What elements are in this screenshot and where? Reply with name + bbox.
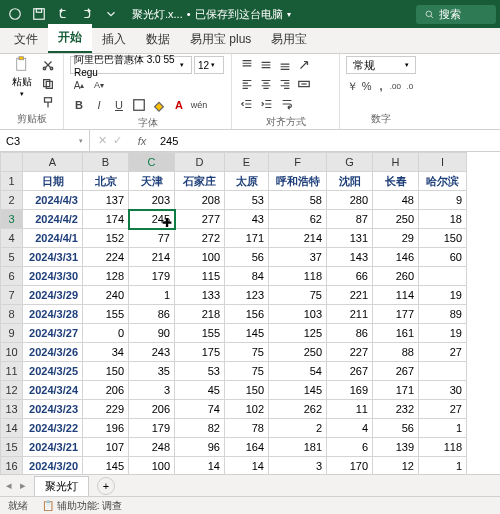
cell[interactable]: 267 (373, 362, 419, 381)
cell[interactable]: 96 (175, 438, 225, 457)
cell[interactable]: 3 (129, 381, 175, 400)
cell[interactable]: 123 (225, 286, 269, 305)
wrap-text-icon[interactable] (278, 95, 296, 113)
bold-icon[interactable]: B (70, 96, 88, 114)
fx-icon[interactable]: fx (130, 135, 154, 147)
font-name-select[interactable]: 阿里巴巴普惠体 3.0 55 Regu▾ (70, 56, 192, 74)
cell[interactable]: 150 (83, 362, 129, 381)
cell[interactable]: 155 (175, 324, 225, 343)
decrease-indent-icon[interactable] (238, 95, 256, 113)
row-header[interactable]: 2 (1, 191, 23, 210)
cell[interactable]: 267 (327, 362, 373, 381)
increase-indent-icon[interactable] (258, 95, 276, 113)
formula-bar[interactable]: 245 (154, 135, 500, 147)
cell[interactable]: 128 (83, 267, 129, 286)
cell[interactable]: 75 (225, 362, 269, 381)
copy-icon[interactable] (39, 75, 57, 93)
cell[interactable]: 181 (269, 438, 327, 457)
cell[interactable]: 60 (419, 248, 467, 267)
cell[interactable]: 2024/3/23 (23, 400, 83, 419)
col-header[interactable]: D (175, 153, 225, 172)
cell[interactable]: 143 (327, 248, 373, 267)
grid[interactable]: ABCDEFGHI1日期北京天津石家庄太原呼和浩特沈阳长春哈尔滨22024/4/… (0, 152, 500, 514)
align-bottom-icon[interactable] (276, 56, 294, 74)
cell[interactable]: 280 (327, 191, 373, 210)
cell[interactable]: 86 (129, 305, 175, 324)
row-header[interactable]: 16 (1, 457, 23, 476)
cell[interactable]: 107 (83, 438, 129, 457)
cell[interactable]: 45 (175, 381, 225, 400)
cell[interactable]: 84 (225, 267, 269, 286)
row-header[interactable]: 11 (1, 362, 23, 381)
cell[interactable]: 2024/3/22 (23, 419, 83, 438)
cell[interactable]: 2024/3/30 (23, 267, 83, 286)
cell[interactable]: 1 (129, 286, 175, 305)
cell[interactable]: 4 (327, 419, 373, 438)
cell[interactable]: 218 (175, 305, 225, 324)
phonetic-icon[interactable]: wén (190, 96, 208, 114)
cell[interactable]: 156 (225, 305, 269, 324)
cell[interactable]: 11 (327, 400, 373, 419)
cell[interactable]: 53 (225, 191, 269, 210)
cell[interactable]: 155 (83, 305, 129, 324)
cell[interactable]: 27 (419, 343, 467, 362)
underline-icon[interactable]: U (110, 96, 128, 114)
cell[interactable]: 1 (419, 419, 467, 438)
cell[interactable]: 139 (373, 438, 419, 457)
cell[interactable]: 66 (327, 267, 373, 286)
qat-more-icon[interactable] (100, 3, 122, 25)
align-center-icon[interactable] (257, 75, 275, 93)
cell[interactable]: 2024/4/1 (23, 229, 83, 248)
cell[interactable]: 100 (129, 457, 175, 476)
increase-font-icon[interactable]: A▴ (70, 76, 88, 94)
cell[interactable]: 214 (269, 229, 327, 248)
cell[interactable]: 88 (373, 343, 419, 362)
cell[interactable]: 224 (83, 248, 129, 267)
column-title[interactable]: 沈阳 (327, 172, 373, 191)
tab-文件[interactable]: 文件 (4, 26, 48, 53)
cell[interactable]: 171 (373, 381, 419, 400)
percent-icon[interactable]: % (360, 77, 372, 95)
col-header[interactable]: A (23, 153, 83, 172)
cell[interactable]: 2024/4/2 (23, 210, 83, 229)
comma-icon[interactable]: , (375, 77, 387, 95)
cell[interactable]: 232 (373, 400, 419, 419)
cell[interactable]: 240 (83, 286, 129, 305)
cell[interactable]: 150 (225, 381, 269, 400)
cell[interactable]: 208 (175, 191, 225, 210)
status-accessibility[interactable]: 📋 辅助功能: 调查 (42, 499, 122, 513)
cell[interactable]: 2024/3/20 (23, 457, 83, 476)
cell[interactable]: 248 (129, 438, 175, 457)
sheet-nav-next-icon[interactable]: ▸ (20, 479, 26, 492)
cell[interactable]: 87 (327, 210, 373, 229)
row-header[interactable]: 12 (1, 381, 23, 400)
row-header[interactable]: 15 (1, 438, 23, 457)
col-header[interactable]: C (129, 153, 175, 172)
save-icon[interactable] (28, 3, 50, 25)
orientation-icon[interactable] (295, 56, 313, 74)
column-title[interactable]: 天津 (129, 172, 175, 191)
cell[interactable]: 196 (83, 419, 129, 438)
decrease-decimal-icon[interactable]: .0 (404, 77, 416, 95)
cell[interactable]: 2024/3/21 (23, 438, 83, 457)
cell[interactable]: 221 (327, 286, 373, 305)
cell[interactable]: 89 (419, 305, 467, 324)
cell[interactable]: 90 (129, 324, 175, 343)
row-header[interactable]: 8 (1, 305, 23, 324)
column-title[interactable]: 日期 (23, 172, 83, 191)
cell[interactable]: 170 (327, 457, 373, 476)
column-title[interactable]: 北京 (83, 172, 129, 191)
col-header[interactable]: F (269, 153, 327, 172)
cell[interactable]: 177 (373, 305, 419, 324)
select-all[interactable] (1, 153, 23, 172)
cell[interactable]: 146 (373, 248, 419, 267)
row-header[interactable]: 6 (1, 267, 23, 286)
number-format-select[interactable]: 常规▾ (346, 56, 416, 74)
cell[interactable]: 2024/3/31 (23, 248, 83, 267)
cell[interactable]: 152 (83, 229, 129, 248)
cell[interactable]: 86 (327, 324, 373, 343)
cell[interactable]: 37 (269, 248, 327, 267)
cell[interactable]: 58 (269, 191, 327, 210)
cell[interactable]: 118 (419, 438, 467, 457)
cell[interactable]: 56 (225, 248, 269, 267)
